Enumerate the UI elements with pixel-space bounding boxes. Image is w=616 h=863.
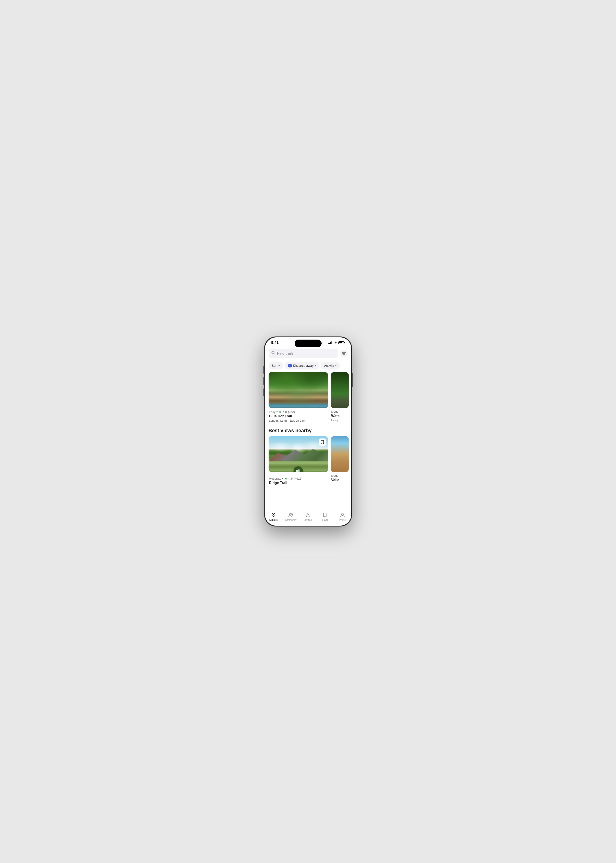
ridge-reviews: (4616) [294, 477, 302, 480]
filter-pills-row: Sort ▾ Distance away ▾ Activity ▾ [265, 361, 351, 372]
community-label: Community [285, 519, 297, 521]
review-count: (362) [288, 410, 295, 414]
phone-screen: 9:41 [265, 337, 351, 526]
trail-card-partial-1[interactable]: Mode Wate Lengt [331, 372, 349, 422]
bottom-navigation: Explore Community Navigate [265, 510, 351, 526]
difficulty-label: Easy [269, 410, 275, 414]
trail-image-ridge [269, 436, 328, 472]
ridge-difficulty-label: Moderate [269, 477, 281, 480]
separator-dot-2 [282, 478, 283, 479]
navigate-icon [305, 512, 311, 518]
activity-pill[interactable]: Activity ▾ [321, 362, 339, 370]
ridge-trail-name[interactable]: Ridge Trail [269, 481, 328, 485]
svg-line-1 [274, 354, 275, 354]
explore-icon [270, 512, 277, 518]
sort-chevron: ▾ [278, 364, 280, 367]
saved-label: Saved [322, 519, 328, 521]
trail-image-partial-1 [331, 372, 349, 408]
trail-card-partial-2[interactable]: Mode Valle [331, 436, 349, 486]
filter-button[interactable] [340, 350, 347, 357]
signal-icon [328, 341, 332, 344]
explore-label: Explore [269, 519, 278, 521]
trail-card-blue-dot[interactable]: Easy ★ 4.8 (362) Blue Dot Trail Length: … [269, 372, 328, 422]
distance-chevron: ▾ [314, 364, 316, 367]
svg-marker-9 [299, 469, 300, 472]
dynamic-island [295, 340, 322, 347]
best-views-section-title: Best views nearby [265, 426, 351, 436]
trail-image-blue-dot [269, 372, 328, 408]
sort-pill[interactable]: Sort ▾ [269, 362, 283, 370]
rating-value: 4.8 [283, 410, 287, 414]
status-time: 9:41 [271, 340, 279, 345]
phone-device: 9:41 [264, 337, 352, 526]
partial-trail-length: Lengt [331, 419, 348, 422]
ridge-rating: 4.5 [289, 477, 292, 480]
svg-point-11 [273, 514, 274, 515]
nav-saved[interactable]: Saved [317, 512, 334, 521]
ridge-difficulty-row: Moderate ★ 4.5 (4616) [269, 477, 328, 480]
sort-label: Sort [272, 364, 278, 367]
location-icon [288, 364, 292, 368]
search-bar[interactable]: Find trails [269, 348, 338, 358]
search-placeholder: Find trails [277, 351, 335, 356]
activity-label: Activity [324, 364, 334, 367]
svg-marker-16 [306, 513, 310, 517]
star-icon-2: ★ [284, 477, 288, 480]
profile-icon [339, 512, 346, 518]
wifi-icon [333, 342, 337, 344]
svg-rect-7 [296, 470, 297, 472]
bookmark-button[interactable] [319, 438, 326, 446]
trail-image-partial-2 [331, 436, 349, 472]
nav-navigate[interactable]: Navigate [299, 512, 317, 521]
trail-card-ridge[interactable]: Moderate ★ 4.5 (4616) Ridge Trail [269, 436, 328, 486]
trails-scroll-row[interactable]: Easy ★ 4.8 (362) Blue Dot Trail Length: … [265, 372, 351, 426]
profile-label: Profile [339, 519, 346, 521]
nav-profile[interactable]: Profile [334, 512, 351, 521]
distance-pill[interactable]: Distance away ▾ [285, 362, 319, 370]
trail-difficulty-row: Easy ★ 4.8 (362) [269, 410, 328, 414]
nav-community[interactable]: Community [282, 512, 299, 521]
separator-dot [277, 411, 278, 413]
trail-length-blue-dot: Length: 4.1 mi · Est. 2h 23m [269, 419, 328, 422]
trail-meta-partial-1: Mode Wate Lengt [331, 410, 349, 422]
svg-point-15 [291, 513, 292, 515]
search-header-row: Find trails [265, 347, 351, 361]
nav-explore[interactable]: Explore [265, 512, 282, 521]
svg-point-14 [289, 513, 291, 515]
partial-trail-name: Wate [331, 414, 348, 418]
status-icons [328, 341, 345, 344]
trail-meta-partial-2: Mode Valle [331, 474, 349, 482]
svg-point-17 [342, 513, 344, 515]
svg-marker-8 [297, 469, 299, 472]
trail-meta-blue-dot: Easy ★ 4.8 (362) Blue Dot Trail Length: … [269, 410, 328, 422]
valle-difficulty-label: Mode [331, 474, 339, 477]
star-icon: ★ [279, 410, 281, 414]
community-icon [288, 512, 294, 518]
content-area[interactable]: Find trails Sort ▾ [265, 347, 351, 510]
valle-difficulty-row: Mode [331, 474, 348, 477]
activity-chevron: ▾ [335, 364, 336, 367]
distance-label: Distance away [293, 364, 314, 367]
partial-difficulty-label: Mode [331, 410, 339, 413]
saved-icon [322, 512, 328, 518]
navigate-label: Navigate [303, 519, 313, 521]
partial-difficulty-row: Mode [331, 410, 348, 413]
trail-name-blue-dot[interactable]: Blue Dot Trail [269, 414, 328, 418]
trail-meta-ridge: Moderate ★ 4.5 (4616) Ridge Trail [269, 477, 328, 485]
valle-trail-name: Valle [331, 478, 348, 482]
search-icon [271, 351, 275, 356]
best-views-scroll[interactable]: Moderate ★ 4.5 (4616) Ridge Trail [265, 436, 351, 489]
svg-point-6 [290, 365, 291, 366]
battery-icon [338, 342, 345, 344]
